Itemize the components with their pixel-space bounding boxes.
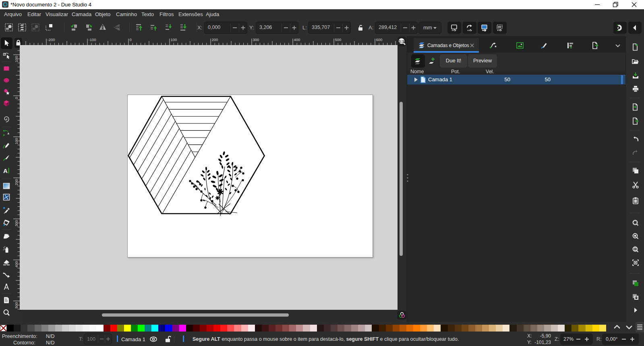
svg-text:400: 400 [294,37,300,42]
svg-text:100: 100 [14,56,19,62]
svg-text:100: 100 [14,138,19,144]
svg-text:500: 500 [14,302,19,309]
svg-text:0: 0 [14,97,19,99]
svg-text:500: 500 [335,37,342,42]
svg-text:A: A [3,167,8,174]
svg-text:200: 200 [212,37,218,42]
svg-text:300: 300 [253,37,259,42]
svg-text:100: 100 [171,37,177,42]
svg-text:600: 600 [376,37,383,42]
svg-text:200: 200 [14,179,19,185]
svg-text:-100: -100 [89,37,96,42]
svg-text:1:1: 1:1 [399,39,404,43]
svg-text:-200: -200 [48,37,55,42]
svg-text:0: 0 [130,37,132,42]
svg-text:300: 300 [14,220,19,227]
svg-text:400: 400 [14,261,19,268]
